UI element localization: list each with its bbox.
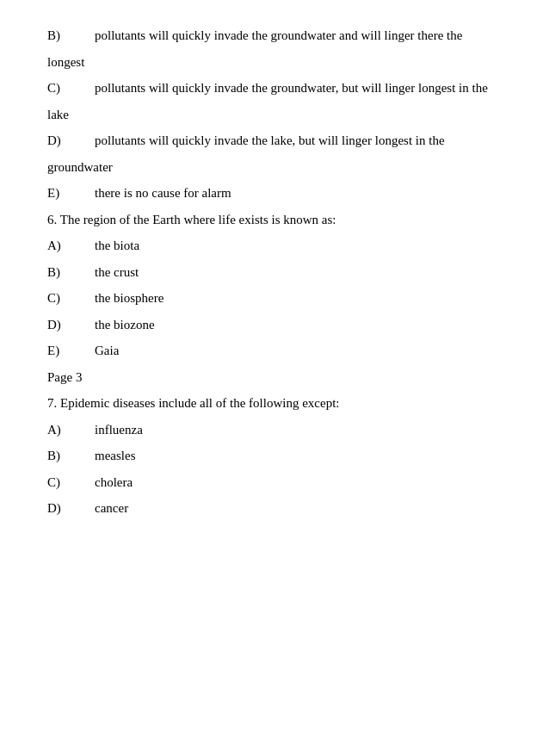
question-7: 7. Epidemic diseases include all of the … bbox=[47, 393, 502, 413]
option-c-prev: C) pollutants will quickly invade the gr… bbox=[47, 78, 502, 98]
option-b-prev: B) pollutants will quickly invade the gr… bbox=[47, 26, 502, 46]
option-d-prev-text: pollutants will quickly invade the lake,… bbox=[95, 131, 502, 151]
q7-option-d-label: D) bbox=[47, 499, 95, 518]
q7-option-b-label: B) bbox=[47, 446, 95, 466]
option-b-prev-text: pollutants will quickly invade the groun… bbox=[95, 26, 502, 46]
q6-option-a-text: the biota bbox=[95, 236, 502, 256]
option-b-prev-continuation: longest bbox=[47, 53, 502, 72]
q6-option-b: B) the crust bbox=[47, 263, 502, 282]
q7-option-a-text: influenza bbox=[95, 420, 502, 440]
q7-option-d-text: cancer bbox=[95, 499, 502, 518]
q7-option-a: A) influenza bbox=[47, 420, 502, 440]
q6-option-b-label: B) bbox=[47, 263, 95, 282]
option-e-prev: E) there is no cause for alarm bbox=[47, 183, 502, 203]
q6-option-c-label: C) bbox=[47, 288, 95, 308]
q6-option-d-label: D) bbox=[47, 315, 95, 335]
q6-option-d-text: the biozone bbox=[95, 315, 502, 335]
q6-option-c-text: the biosphere bbox=[95, 288, 502, 308]
option-c-prev-text: pollutants will quickly invade the groun… bbox=[95, 78, 502, 98]
q7-option-b: B) measles bbox=[47, 446, 502, 466]
option-d-prev-label: D) bbox=[47, 131, 95, 151]
q6-option-a: A) the biota bbox=[47, 236, 502, 256]
q6-option-a-label: A) bbox=[47, 236, 95, 256]
q7-option-d: D) cancer bbox=[47, 499, 502, 518]
option-d-prev: D) pollutants will quickly invade the la… bbox=[47, 131, 502, 151]
option-e-prev-label: E) bbox=[47, 183, 95, 203]
option-e-prev-text: there is no cause for alarm bbox=[95, 183, 502, 203]
option-d-prev-continuation: groundwater bbox=[47, 158, 502, 177]
q6-option-e-text: Gaia bbox=[95, 341, 502, 361]
q7-option-c: C) cholera bbox=[47, 473, 502, 493]
q7-option-c-label: C) bbox=[47, 473, 95, 493]
page-label: Page 3 bbox=[47, 368, 502, 387]
q6-option-d: D) the biozone bbox=[47, 315, 502, 335]
q7-option-a-label: A) bbox=[47, 420, 95, 440]
option-c-prev-continuation: lake bbox=[47, 105, 502, 125]
q7-option-b-text: measles bbox=[95, 446, 502, 466]
question-6: 6. The region of the Earth where life ex… bbox=[47, 210, 502, 230]
option-b-prev-label: B) bbox=[47, 26, 95, 46]
q6-option-e-label: E) bbox=[47, 341, 95, 361]
q7-option-c-text: cholera bbox=[95, 473, 502, 493]
q6-option-e: E) Gaia bbox=[47, 341, 502, 361]
q6-option-c: C) the biosphere bbox=[47, 288, 502, 308]
q6-option-b-text: the crust bbox=[95, 263, 502, 282]
option-c-prev-label: C) bbox=[47, 78, 95, 98]
